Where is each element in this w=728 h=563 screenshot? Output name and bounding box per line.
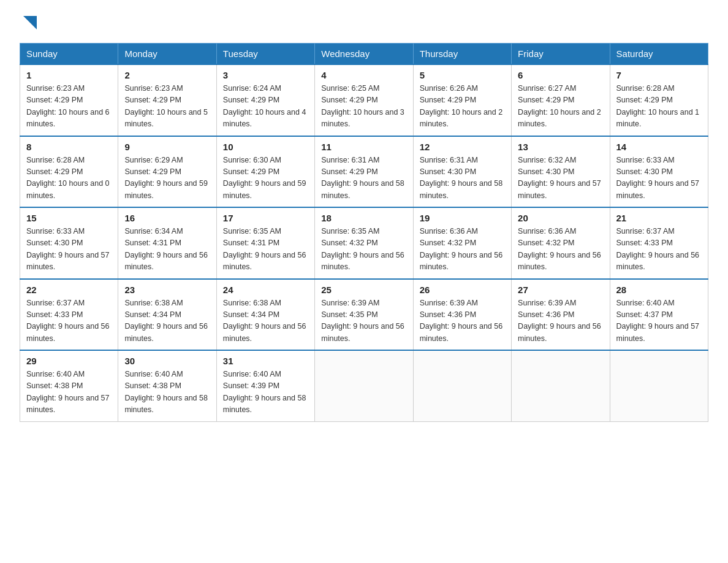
day-info: Sunrise: 6:36 AMSunset: 4:32 PMDaylight:… (518, 226, 603, 274)
col-header-thursday: Thursday (413, 44, 511, 65)
day-number: 7 (616, 70, 702, 80)
day-info: Sunrise: 6:32 AMSunset: 4:30 PMDaylight:… (518, 155, 603, 202)
calendar-cell: 6Sunrise: 6:27 AMSunset: 4:29 PMDaylight… (512, 64, 610, 136)
calendar-header-row: SundayMondayTuesdayWednesdayThursdayFrid… (20, 44, 708, 65)
day-number: 21 (616, 213, 702, 223)
calendar-cell: 4Sunrise: 6:25 AMSunset: 4:29 PMDaylight… (315, 64, 413, 136)
svg-marker-0 (23, 16, 37, 29)
calendar-cell: 22Sunrise: 6:37 AMSunset: 4:33 PMDayligh… (20, 279, 118, 351)
col-header-saturday: Saturday (610, 44, 708, 65)
day-info: Sunrise: 6:39 AMSunset: 4:35 PMDaylight:… (321, 297, 406, 345)
day-info: Sunrise: 6:40 AMSunset: 4:39 PMDaylight:… (223, 369, 308, 416)
calendar-cell: 17Sunrise: 6:35 AMSunset: 4:31 PMDayligh… (216, 207, 314, 279)
calendar-cell: 15Sunrise: 6:33 AMSunset: 4:30 PMDayligh… (20, 207, 118, 279)
day-number: 4 (321, 70, 406, 80)
calendar-cell: 24Sunrise: 6:38 AMSunset: 4:34 PMDayligh… (216, 279, 314, 351)
day-number: 23 (124, 285, 210, 295)
calendar-cell (413, 350, 511, 421)
week-row-5: 29Sunrise: 6:40 AMSunset: 4:38 PMDayligh… (20, 350, 708, 421)
calendar-cell: 16Sunrise: 6:34 AMSunset: 4:31 PMDayligh… (118, 207, 216, 279)
calendar-cell: 14Sunrise: 6:33 AMSunset: 4:30 PMDayligh… (610, 136, 708, 208)
day-number: 15 (26, 213, 112, 223)
calendar-cell (610, 350, 708, 421)
day-number: 25 (321, 285, 406, 295)
day-info: Sunrise: 6:39 AMSunset: 4:36 PMDaylight:… (518, 297, 603, 345)
col-header-sunday: Sunday (20, 44, 118, 65)
day-info: Sunrise: 6:40 AMSunset: 4:37 PMDaylight:… (616, 297, 702, 345)
day-number: 26 (420, 285, 505, 295)
day-number: 10 (223, 142, 308, 152)
day-number: 24 (223, 285, 308, 295)
calendar-cell: 13Sunrise: 6:32 AMSunset: 4:30 PMDayligh… (512, 136, 610, 208)
day-info: Sunrise: 6:35 AMSunset: 4:32 PMDaylight:… (321, 226, 406, 274)
week-row-2: 8Sunrise: 6:28 AMSunset: 4:29 PMDaylight… (20, 136, 708, 208)
day-info: Sunrise: 6:28 AMSunset: 4:29 PMDaylight:… (26, 155, 112, 202)
calendar-cell: 27Sunrise: 6:39 AMSunset: 4:36 PMDayligh… (512, 279, 610, 351)
calendar-cell: 29Sunrise: 6:40 AMSunset: 4:38 PMDayligh… (20, 350, 118, 421)
day-info: Sunrise: 6:33 AMSunset: 4:30 PMDaylight:… (26, 226, 112, 274)
day-number: 29 (26, 356, 112, 366)
calendar-cell: 9Sunrise: 6:29 AMSunset: 4:29 PMDaylight… (118, 136, 216, 208)
calendar-cell: 21Sunrise: 6:37 AMSunset: 4:33 PMDayligh… (610, 207, 708, 279)
day-info: Sunrise: 6:28 AMSunset: 4:29 PMDaylight:… (616, 83, 702, 131)
day-number: 22 (26, 285, 112, 295)
day-number: 27 (518, 285, 603, 295)
col-header-monday: Monday (118, 44, 216, 65)
day-number: 30 (124, 356, 210, 366)
day-info: Sunrise: 6:34 AMSunset: 4:31 PMDaylight:… (124, 226, 210, 274)
day-info: Sunrise: 6:31 AMSunset: 4:29 PMDaylight:… (321, 155, 406, 202)
calendar-cell (512, 350, 610, 421)
week-row-4: 22Sunrise: 6:37 AMSunset: 4:33 PMDayligh… (20, 279, 708, 351)
calendar-cell: 12Sunrise: 6:31 AMSunset: 4:30 PMDayligh… (413, 136, 511, 208)
day-number: 12 (420, 142, 505, 152)
day-info: Sunrise: 6:25 AMSunset: 4:29 PMDaylight:… (321, 83, 406, 131)
calendar-cell: 11Sunrise: 6:31 AMSunset: 4:29 PMDayligh… (315, 136, 413, 208)
day-number: 19 (420, 213, 505, 223)
day-number: 20 (518, 213, 603, 223)
day-info: Sunrise: 6:30 AMSunset: 4:29 PMDaylight:… (223, 155, 308, 202)
day-info: Sunrise: 6:23 AMSunset: 4:29 PMDaylight:… (124, 83, 210, 131)
day-number: 31 (223, 356, 308, 366)
day-info: Sunrise: 6:40 AMSunset: 4:38 PMDaylight:… (124, 369, 210, 416)
calendar-cell: 8Sunrise: 6:28 AMSunset: 4:29 PMDaylight… (20, 136, 118, 208)
day-info: Sunrise: 6:38 AMSunset: 4:34 PMDaylight:… (223, 297, 308, 345)
calendar-cell: 5Sunrise: 6:26 AMSunset: 4:29 PMDaylight… (413, 64, 511, 136)
day-number: 1 (26, 70, 112, 80)
calendar-cell: 7Sunrise: 6:28 AMSunset: 4:29 PMDaylight… (610, 64, 708, 136)
calendar-cell: 23Sunrise: 6:38 AMSunset: 4:34 PMDayligh… (118, 279, 216, 351)
day-number: 8 (26, 142, 112, 152)
day-info: Sunrise: 6:29 AMSunset: 4:29 PMDaylight:… (124, 155, 210, 202)
col-header-friday: Friday (512, 44, 610, 65)
calendar-cell: 20Sunrise: 6:36 AMSunset: 4:32 PMDayligh… (512, 207, 610, 279)
calendar-cell: 2Sunrise: 6:23 AMSunset: 4:29 PMDaylight… (118, 64, 216, 136)
day-info: Sunrise: 6:31 AMSunset: 4:30 PMDaylight:… (420, 155, 505, 202)
day-number: 11 (321, 142, 406, 152)
week-row-1: 1Sunrise: 6:23 AMSunset: 4:29 PMDaylight… (20, 64, 708, 136)
calendar-table: SundayMondayTuesdayWednesdayThursdayFrid… (20, 43, 708, 422)
day-info: Sunrise: 6:27 AMSunset: 4:29 PMDaylight:… (518, 83, 603, 131)
day-info: Sunrise: 6:36 AMSunset: 4:32 PMDaylight:… (420, 226, 505, 274)
page-header (20, 15, 708, 28)
calendar-cell: 10Sunrise: 6:30 AMSunset: 4:29 PMDayligh… (216, 136, 314, 208)
calendar-cell: 1Sunrise: 6:23 AMSunset: 4:29 PMDaylight… (20, 64, 118, 136)
logo-triangle-icon (23, 16, 37, 29)
day-number: 5 (420, 70, 505, 80)
day-info: Sunrise: 6:39 AMSunset: 4:36 PMDaylight:… (420, 297, 505, 345)
col-header-wednesday: Wednesday (315, 44, 413, 65)
calendar-cell: 30Sunrise: 6:40 AMSunset: 4:38 PMDayligh… (118, 350, 216, 421)
day-info: Sunrise: 6:23 AMSunset: 4:29 PMDaylight:… (26, 83, 112, 131)
day-number: 28 (616, 285, 702, 295)
day-number: 17 (223, 213, 308, 223)
calendar-cell: 19Sunrise: 6:36 AMSunset: 4:32 PMDayligh… (413, 207, 511, 279)
day-number: 16 (124, 213, 210, 223)
day-number: 14 (616, 142, 702, 152)
col-header-tuesday: Tuesday (216, 44, 314, 65)
day-number: 18 (321, 213, 406, 223)
calendar-cell: 3Sunrise: 6:24 AMSunset: 4:29 PMDaylight… (216, 64, 314, 136)
day-info: Sunrise: 6:33 AMSunset: 4:30 PMDaylight:… (616, 155, 702, 202)
day-number: 13 (518, 142, 603, 152)
calendar-cell: 25Sunrise: 6:39 AMSunset: 4:35 PMDayligh… (315, 279, 413, 351)
day-info: Sunrise: 6:40 AMSunset: 4:38 PMDaylight:… (26, 369, 112, 416)
day-info: Sunrise: 6:35 AMSunset: 4:31 PMDaylight:… (223, 226, 308, 274)
day-info: Sunrise: 6:37 AMSunset: 4:33 PMDaylight:… (616, 226, 702, 274)
